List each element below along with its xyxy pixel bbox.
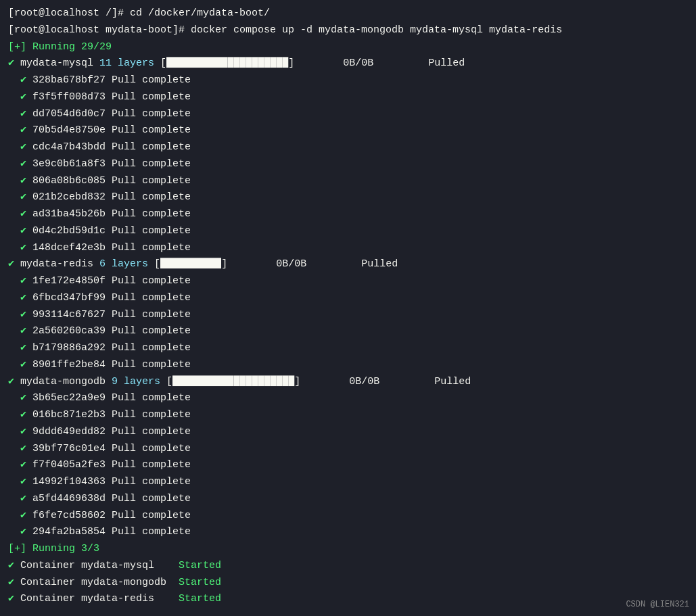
sublayer-text: 70b5d4e8750e Pull complete [32,122,191,139]
sublayer-indent [8,173,20,190]
redis-bar: [██████████] 0B/0B Pulled [154,256,398,273]
sublayer-indent [8,290,20,307]
sublayer-indent [8,508,20,525]
sublayer-indent [8,106,20,123]
sublayer-text: 993114c67627 Pull complete [32,307,191,324]
running-status-2: [+] Running 3/3 [8,541,99,558]
sublayer-3b65e: ✔ 3b65ec22a9e9 Pull complete [8,390,688,407]
sublayer-ad31b: ✔ ad31ba45b26b Pull complete [8,206,688,223]
sublayer-021b2: ✔ 021b2cebd832 Pull complete [8,189,688,206]
sublayer-b7179: ✔ b7179886a292 Pull complete [8,340,688,357]
sublayer-a5fd4: ✔ a5fd4469638d Pull complete [8,491,688,508]
sublayer-text: ad31ba45b26b Pull complete [32,206,191,223]
sublayer-6fbcd: ✔ 6fbcd347bf99 Pull complete [8,290,688,307]
cmd-line-1: [root@localhost /]# cd /docker/mydata-bo… [8,5,688,22]
sublayer-text: 3e9c0b61a8f3 Pull complete [32,156,191,173]
mysql-pulled-line: ✔ mydata-mysql 11 layers [██████████████… [8,55,688,72]
check-icon: ✔ [20,424,32,441]
mysql-layer-count: 11 [99,55,118,72]
check-icon: ✔ [20,139,32,156]
check-icon: ✔ [20,122,32,139]
mongodb-bar: [████████████████████] 0B/0B Pulled [166,374,471,391]
sublayer-text: 2a560260ca39 Pull complete [32,323,191,340]
sublayer-indent [8,357,20,374]
check-icon: ✔ [20,407,32,424]
check-icon: ✔ [20,474,32,491]
sublayer-indent [8,273,20,290]
sublayer-text: dd7054d6d0c7 Pull complete [32,106,191,123]
sublayer-cdc4a: ✔ cdc4a7b43bdd Pull complete [8,139,688,156]
check-icon: ✔ [20,223,32,240]
check-icon: ✔ [20,240,32,257]
sublayer-9ddd6: ✔ 9ddd649edd82 Pull complete [8,424,688,441]
sublayer-text: 3b65ec22a9e9 Pull complete [32,390,191,407]
sublayer-indent [8,524,20,541]
sublayer-text: 806a08b6c085 Pull complete [32,173,191,190]
sublayer-text: 148dcef42e3b Pull complete [32,240,191,257]
check-icon: ✔ [20,441,32,458]
check-icon-redis-container: ✔ [8,591,20,608]
sublayer-14992: ✔ 14992f104363 Pull complete [8,474,688,491]
sublayer-indent [8,223,20,240]
sublayer-indent [8,323,20,340]
cmd-text-1: [root@localhost /]# cd /docker/mydata-bo… [8,5,270,22]
sublayer-text: 021b2cebd832 Pull complete [32,189,191,206]
sublayer-indent [8,491,20,508]
check-icon-mysql-container: ✔ [8,558,20,575]
redis-service-name: mydata-redis [20,256,99,273]
sublayer-text: 1fe172e4850f Pull complete [32,273,191,290]
check-icon: ✔ [20,307,32,324]
sublayer-indent [8,139,20,156]
check-icon: ✔ [20,156,32,173]
check-icon: ✔ [20,323,32,340]
mongodb-service-name: mydata-mongodb [20,374,112,391]
sublayer-f6fe7: ✔ f6fe7cd58602 Pull complete [8,508,688,525]
sublayer-f7f04: ✔ f7f0405a2fe3 Pull complete [8,457,688,474]
check-icon: ✔ [20,189,32,206]
check-icon: ✔ [20,106,32,123]
check-icon: ✔ [20,290,32,307]
sublayer-indent [8,457,20,474]
check-icon-mysql: ✔ [8,55,20,72]
sublayer-806a0: ✔ 806a08b6c085 Pull complete [8,173,688,190]
sublayer-1fe17: ✔ 1fe172e4850f Pull complete [8,273,688,290]
sublayer-text: 39bf776c01e4 Pull complete [32,441,191,458]
sublayer-text: f7f0405a2fe3 Pull complete [32,457,191,474]
check-icon: ✔ [20,173,32,190]
sublayer-016bc: ✔ 016bc871e2b3 Pull complete [8,407,688,424]
check-icon: ✔ [20,89,32,106]
sublayer-indent [8,122,20,139]
sublayer-text: 294fa2ba5854 Pull complete [32,524,191,541]
check-icon: ✔ [20,340,32,357]
container-mysql-line: ✔ Container mydata-mysql Started [8,558,688,575]
redis-layers-label: layers [112,256,154,273]
mongodb-layers-label: layers [124,374,166,391]
container-mongodb-line: ✔ Container mydata-mongodb Started [8,575,688,592]
sublayer-294fa: ✔ 294fa2ba5854 Pull complete [8,524,688,541]
sublayer-text: 328ba678bf27 Pull complete [32,72,191,89]
sublayer-indent [8,206,20,223]
sublayer-dd705: ✔ dd7054d6d0c7 Pull complete [8,106,688,123]
check-icon: ✔ [20,390,32,407]
check-icon: ✔ [20,457,32,474]
sublayer-text: f6fe7cd58602 Pull complete [32,508,191,525]
sublayer-70b5d: ✔ 70b5d4e8750e Pull complete [8,122,688,139]
check-icon: ✔ [20,72,32,89]
check-icon: ✔ [20,357,32,374]
sublayer-indent [8,424,20,441]
mongodb-pulled-line: ✔ mydata-mongodb 9 layers [█████████████… [8,374,688,391]
sublayer-0d4c2: ✔ 0d4c2bd59d1c Pull complete [8,223,688,240]
sublayer-148dc: ✔ 148dcef42e3b Pull complete [8,240,688,257]
sublayer-indent [8,340,20,357]
sublayer-text: a5fd4469638d Pull complete [32,491,191,508]
sublayer-39bf7: ✔ 39bf776c01e4 Pull complete [8,441,688,458]
redis-pulled-line: ✔ mydata-redis 6 layers [██████████] 0B/… [8,256,688,273]
check-icon-mongodb-container: ✔ [8,575,20,592]
sublayer-indent [8,72,20,89]
sublayer-328ba: ✔ 328ba678bf27 Pull complete [8,72,688,89]
sublayer-indent [8,89,20,106]
sublayer-indent [8,441,20,458]
watermark: CSDN @LIEN321 [626,600,689,609]
check-icon: ✔ [20,508,32,525]
mysql-service-name: mydata-mysql [20,55,99,72]
